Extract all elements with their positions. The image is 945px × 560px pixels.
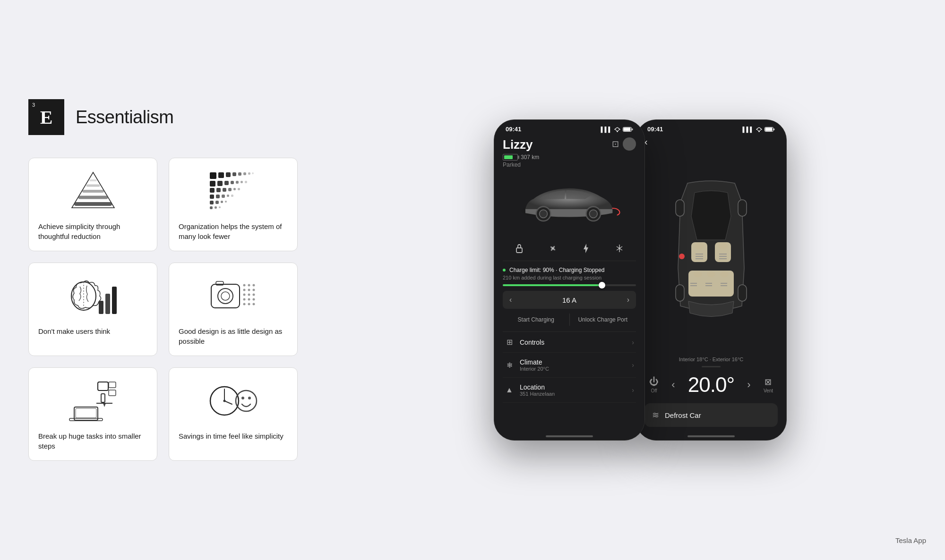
svg-rect-16	[224, 181, 229, 185]
principle-label-5: Break up huge tasks into smaller steps	[38, 431, 147, 451]
svg-rect-32	[210, 201, 214, 204]
charge-handle[interactable]	[599, 282, 605, 288]
car-info: Lizzy 307 km Parked	[503, 137, 539, 168]
vent-button-group: ⊠ Vent	[764, 377, 773, 393]
svg-rect-22	[216, 188, 221, 192]
climate-menu-item[interactable]: ❄ Climate Interior 20°C ›	[503, 353, 636, 378]
svg-rect-38	[219, 206, 221, 208]
svg-rect-15	[217, 181, 223, 186]
fan-action[interactable]	[544, 240, 561, 257]
phone2-content: Interior 18°C · Exterior 16°C ⏻ Off ‹ 20…	[636, 151, 786, 431]
temp-increase-button[interactable]: ›	[747, 379, 750, 391]
principle-card-5: Break up huge tasks into smaller steps	[28, 367, 157, 461]
svg-point-77	[241, 397, 244, 399]
car-silhouette-svg	[513, 177, 626, 229]
page-container: 3 E Essentialism Achieve sim	[9, 11, 936, 549]
temp-info: Interior 18°C · Exterior 16°C	[644, 356, 778, 362]
phone1-home-indicator	[494, 431, 644, 440]
svg-rect-66	[98, 382, 108, 390]
svg-point-62	[252, 303, 255, 305]
location-content: Location 351 Hanzelaan	[520, 383, 626, 397]
vent-icon[interactable]: ⊠	[765, 377, 772, 387]
defrost-item[interactable]: ≋ Defrost Car	[644, 403, 778, 427]
svg-rect-11	[243, 172, 246, 175]
phone-2: 09:41 ▌▌▌ ‹	[636, 119, 787, 441]
charge-info-row: Charge limit: 90% · Charging Stopped	[503, 267, 636, 273]
climate-title: Climate	[520, 358, 626, 366]
climate-action[interactable]	[611, 240, 628, 257]
controls-chevron-icon: ›	[632, 339, 634, 346]
svg-point-60	[243, 303, 245, 305]
location-chevron-icon: ›	[632, 386, 634, 394]
svg-rect-27	[210, 195, 214, 199]
unlock-charge-port-button[interactable]: Unlock Charge Port	[569, 314, 636, 326]
svg-point-56	[252, 294, 255, 296]
temp-decrease-button[interactable]: ‹	[671, 379, 675, 391]
svg-rect-29	[222, 195, 225, 198]
phone2-back-button[interactable]: ‹	[636, 135, 786, 151]
battery-icon	[623, 127, 633, 132]
lock-action[interactable]	[511, 240, 528, 257]
controls-menu-item[interactable]: ⊞ Controls ›	[503, 332, 636, 353]
climate-sub: Interior 20°C	[520, 366, 626, 372]
svg-rect-35	[225, 201, 227, 203]
svg-rect-19	[241, 181, 243, 183]
climate-icon: ❄	[505, 361, 514, 370]
principle-label-2: Organization helps the system of many lo…	[179, 221, 288, 241]
start-charging-button[interactable]: Start Charging	[503, 314, 569, 326]
amps-text: 16 A	[562, 296, 576, 304]
principles-grid: Achieve simplicity through thoughtful re…	[28, 158, 298, 461]
svg-rect-94	[765, 127, 773, 131]
svg-point-79	[617, 131, 618, 132]
principle-card-6: Savings in time feel like simplicity	[169, 367, 298, 461]
svg-point-57	[243, 298, 245, 301]
logo-number: 3	[32, 102, 35, 108]
svg-point-52	[248, 289, 250, 291]
vent-label: Vent	[764, 388, 773, 393]
power-label: Off	[651, 388, 657, 393]
location-icon: ▲	[505, 386, 514, 394]
logo-letter: E	[40, 106, 53, 128]
svg-marker-70	[103, 403, 106, 407]
phone2-home-bar	[687, 435, 735, 437]
car-top-view	[636, 151, 786, 356]
svg-point-46	[221, 292, 230, 300]
km-text: 307 km	[521, 154, 539, 161]
amps-decrease-button[interactable]: ‹	[509, 296, 512, 304]
brain-bars-icon	[38, 272, 147, 320]
svg-point-91	[758, 131, 759, 132]
phone1-status-bar: 09:41 ▌▌▌	[494, 120, 644, 135]
battery-bar	[503, 154, 518, 161]
svg-rect-24	[228, 188, 232, 191]
lightning-action[interactable]	[577, 240, 594, 257]
charge-buttons: Start Charging Unlock Charge Port	[503, 314, 636, 326]
amps-increase-button[interactable]: ›	[627, 296, 629, 304]
phone2-home-indicator	[636, 431, 786, 440]
charge-subtext: 210 km added during last charging sessio…	[503, 275, 636, 280]
svg-rect-81	[632, 128, 633, 130]
left-panel: 3 E Essentialism Achieve sim	[9, 90, 317, 470]
page-title: Essentialism	[76, 107, 173, 127]
svg-point-107	[707, 272, 715, 277]
svg-rect-118	[738, 285, 747, 301]
svg-rect-68	[109, 382, 116, 388]
car-settings-icon[interactable]: ⊡	[612, 139, 619, 149]
svg-point-78	[248, 397, 251, 399]
location-menu-item[interactable]: ▲ Location 351 Hanzelaan ›	[503, 378, 636, 403]
temp-display: 20.0°	[688, 373, 734, 397]
charge-section: Charge limit: 90% · Charging Stopped 210…	[503, 261, 636, 332]
svg-rect-115	[676, 200, 684, 216]
logo-box: 3 E	[28, 99, 64, 135]
climate-chevron-icon: ›	[632, 361, 634, 369]
phones-section: 09:41 ▌▌▌	[345, 11, 936, 549]
controls-title: Controls	[520, 339, 626, 346]
user-avatar[interactable]	[623, 137, 636, 151]
car-top-svg	[650, 174, 773, 334]
svg-rect-69	[109, 390, 116, 396]
principle-card-2: Organization helps the system of many lo…	[169, 158, 298, 251]
power-icon[interactable]: ⏻	[649, 376, 659, 387]
principle-label-1: Achieve simplicity through thoughtful re…	[38, 221, 147, 241]
signal-icon-2: ▌▌▌	[743, 127, 754, 132]
phone1-home-bar	[546, 435, 593, 437]
wifi-icon-2	[756, 127, 763, 132]
